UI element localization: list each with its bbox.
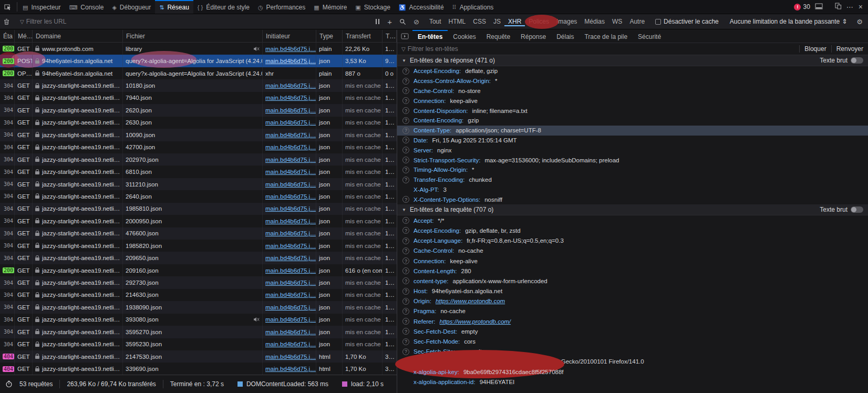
tool-tab-applications[interactable]: ⠿Applications — [448, 0, 498, 14]
table-row[interactable]: 304GETjazzy-starlight-aeea19.netli…31121… — [0, 178, 397, 190]
column-header-6[interactable]: Transfert — [343, 30, 383, 42]
table-row[interactable]: 304GETjazzy-starlight-aeea19.netli…35952… — [0, 338, 397, 350]
tool-tab-console[interactable]: ⌨Console — [65, 0, 108, 14]
details-tab-trace-de-la-pile[interactable]: Trace de la pile — [579, 30, 633, 43]
help-icon[interactable]: ? — [402, 308, 409, 315]
type-filter-xhr[interactable]: XHR — [504, 17, 525, 26]
header-value-link[interactable]: https://www.protondb.com — [436, 298, 505, 304]
tool-tab--diteur-de-style[interactable]: { }Éditeur de style — [193, 0, 254, 14]
close-icon[interactable]: × — [859, 3, 863, 11]
table-row[interactable]: 304GETjazzy-starlight-aeea19.netli…6810.… — [0, 166, 397, 178]
initiator-link[interactable]: main.bd4b6d75.j… — [265, 82, 316, 89]
header-row[interactable]: ?Origin:https://www.protondb.com — [397, 296, 868, 306]
initiator-link[interactable]: main.bd4b6d75.j… — [265, 119, 316, 126]
tool-tab-m-moire[interactable]: ▦Mémoire — [309, 0, 351, 14]
help-icon[interactable]: ? — [402, 358, 409, 365]
raw-toggle-response[interactable]: Texte brut — [820, 57, 863, 64]
help-icon[interactable]: ? — [402, 328, 409, 335]
header-row[interactable]: ?Accept-Encoding:deflate, gzip — [397, 66, 868, 76]
header-row[interactable]: ?Strict-Transport-Security:max-age=31536… — [397, 155, 868, 165]
type-filter-tout[interactable]: Tout — [426, 17, 445, 26]
initiator-link[interactable]: main.bd4b6d75.j… — [265, 255, 316, 261]
type-filter-images[interactable]: Images — [553, 17, 581, 26]
initiator-link[interactable]: main.bd4b6d75.j… — [265, 157, 316, 163]
url-filter-input[interactable] — [26, 14, 369, 29]
header-row[interactable]: ?Sec-Fetch-Mode:cors — [397, 336, 868, 346]
header-row[interactable]: ?Sec-Fetch-Site:cross-site — [397, 347, 868, 357]
table-row[interactable]: 304GETjazzy-starlight-aeea19.netli…35952… — [0, 326, 397, 338]
header-row[interactable]: X-Alg-PT:3 — [397, 185, 868, 195]
table-row[interactable]: 200OP…94he6yatei-dsn.algolia.netquery?x-… — [0, 67, 397, 79]
table-row[interactable]: 304GETjazzy-starlight-aeea19.netli…20297… — [0, 153, 397, 166]
help-icon[interactable]: ? — [402, 237, 409, 244]
details-tab-cookies[interactable]: Cookies — [448, 30, 481, 43]
help-icon[interactable]: ? — [402, 196, 409, 203]
help-icon[interactable]: ? — [402, 117, 409, 124]
help-icon[interactable]: ? — [402, 177, 409, 183]
help-icon[interactable]: ? — [402, 338, 409, 345]
header-row[interactable]: x-algolia-application-id:94HE6YATEI — [397, 377, 868, 387]
table-row[interactable]: 304GETjazzy-starlight-aeea19.netli…19380… — [0, 301, 397, 313]
header-row[interactable]: ?Cache-Control:no-store — [397, 86, 868, 96]
table-row[interactable]: 304GETjazzy-starlight-aeea19.netli…19858… — [0, 240, 397, 252]
table-row[interactable]: 200GETjazzy-starlight-aeea19.netli…20916… — [0, 264, 397, 276]
initiator-link[interactable]: main.bd4b6d75.j… — [265, 107, 316, 113]
pause-traffic-button[interactable] — [371, 14, 384, 29]
header-row[interactable]: ?Access-Control-Allow-Origin:* — [397, 76, 868, 86]
column-header-5[interactable]: Type — [316, 30, 343, 42]
help-icon[interactable]: ? — [402, 318, 409, 325]
header-row[interactable]: ?Content-Type:application/json; charset=… — [397, 126, 868, 136]
help-icon[interactable]: ? — [402, 348, 409, 355]
header-row[interactable]: ?Timing-Allow-Origin:* — [397, 165, 868, 175]
initiator-link[interactable]: main.bd4b6d75.j… — [265, 218, 316, 224]
table-row[interactable]: 304GETjazzy-starlight-aeea19.netli…19858… — [0, 203, 397, 215]
initiator-link[interactable]: main.bd4b6d75.j… — [265, 95, 316, 101]
help-icon[interactable]: ? — [402, 247, 409, 254]
initiator-link[interactable]: main.bd4b6d75.j… — [265, 329, 316, 335]
header-row[interactable]: ?Accept-Language:fr,fr-FR;q=0.8,en-US;q=… — [397, 236, 868, 246]
help-icon[interactable]: ? — [402, 97, 409, 104]
details-tab-requ-te[interactable]: Requête — [481, 30, 515, 43]
table-row[interactable]: 404GETjazzy-starlight-aeea19.netli…21475… — [0, 350, 397, 363]
type-filter-autre[interactable]: Autre — [626, 17, 648, 26]
initiator-link[interactable]: main.bd4b6d75.j… — [265, 58, 316, 64]
type-filter-html[interactable]: HTML — [445, 17, 470, 26]
table-row[interactable]: 304GETjazzy-starlight-aeea19.netli…20009… — [0, 215, 397, 227]
details-tab-en-t-tes[interactable]: En-têtes — [412, 30, 448, 43]
table-row[interactable]: 304GETjazzy-starlight-aeea19.netli…47660… — [0, 227, 397, 240]
header-row[interactable]: ?Connection:keep-alive — [397, 256, 868, 266]
header-row[interactable]: ?X-Content-Type-Options:nosniff — [397, 194, 868, 204]
header-row[interactable]: ?Server:nginx — [397, 145, 868, 155]
details-tab-d-lais[interactable]: Délais — [551, 30, 579, 43]
disable-cache-checkbox[interactable]: Désactiver le cache — [651, 18, 723, 25]
header-row[interactable]: ?Content-Encoding:gzip — [397, 116, 868, 126]
help-icon[interactable]: ? — [402, 157, 409, 163]
new-request-button[interactable]: + — [384, 14, 396, 29]
type-filter-css[interactable]: CSS — [469, 17, 490, 26]
header-row[interactable]: ?Accept-Encoding:gzip, deflate, br, zstd — [397, 225, 868, 235]
request-headers-section-header[interactable]: ▼ En-têtes de la requête (707 o) Texte b… — [397, 204, 868, 215]
tool-tab-inspecteur[interactable]: ▤Inspecteur — [18, 0, 65, 14]
help-icon[interactable]: ? — [402, 298, 409, 305]
initiator-link[interactable]: main.bd4b6d75.j… — [265, 280, 316, 286]
split-console-icon[interactable] — [815, 3, 823, 11]
initiator-link[interactable]: main.bd4b6d75.j… — [265, 169, 316, 175]
initiator-link[interactable]: main.bd4b6d75.j… — [265, 304, 316, 311]
initiator-link[interactable]: main.bd4b6d75.j… — [265, 292, 316, 298]
table-row[interactable]: 304GETjazzy-starlight-aeea19.netli…20965… — [0, 252, 397, 264]
initiator-link[interactable]: main.bd4b6d75.j… — [265, 230, 316, 236]
table-row[interactable]: 304GETjazzy-starlight-aeea19.netli…10090… — [0, 129, 397, 141]
help-icon[interactable]: ? — [402, 78, 409, 85]
pick-element-button[interactable] — [0, 0, 16, 14]
table-row[interactable]: 304GETjazzy-starlight-aeea19.netli…10180… — [0, 79, 397, 91]
responsive-mode-icon[interactable] — [835, 3, 842, 11]
initiator-link[interactable]: main.bd4b6d75.j… — [265, 193, 316, 200]
resend-button[interactable]: Renvoyer — [832, 45, 868, 53]
table-row[interactable]: 404GETjazzy-starlight-aeea19.netli…33969… — [0, 363, 397, 375]
type-filter-js[interactable]: JS — [490, 17, 504, 26]
header-row[interactable]: ?Sec-Fetch-Dest:empty — [397, 326, 868, 336]
type-filter-ws[interactable]: WS — [608, 17, 626, 26]
initiator-link[interactable]: main.bd4b6d75.j… — [265, 316, 316, 323]
table-row[interactable]: 304GETjazzy-starlight-aeea19.netli…39308… — [0, 314, 397, 326]
header-row[interactable]: ?Date:Fri, 15 Aug 2025 21:05:14 GMT — [397, 136, 868, 146]
